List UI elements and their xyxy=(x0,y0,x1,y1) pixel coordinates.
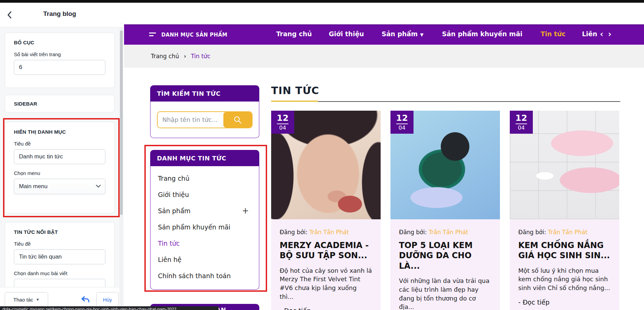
site-navbar: DANH MỤC SẢN PHẨM Trang chủ Giới thiệu S… xyxy=(124,24,644,45)
date-badge: 12 04 xyxy=(510,111,533,134)
cancel-button[interactable]: Hủy xyxy=(96,292,119,307)
breadcrumb-separator-icon: › xyxy=(184,53,186,60)
date-divider xyxy=(396,124,408,124)
date-month: 04 xyxy=(279,125,286,131)
product-catalog-label[interactable]: DANH MỤC SẢN PHẨM xyxy=(161,32,227,38)
news-search xyxy=(157,111,253,128)
article-image[interactable]: 12 04 xyxy=(271,111,381,219)
article-image[interactable]: 12 04 xyxy=(390,111,500,219)
title-label: Tiêu đề xyxy=(14,241,105,247)
date-day: 12 xyxy=(396,114,408,122)
nav-scroll-right-icon[interactable]: › xyxy=(608,29,611,39)
section-heading: HIỂN THỊ DANH MỤC xyxy=(14,129,105,135)
date-divider xyxy=(277,124,288,124)
site-preview: DANH MỤC SẢN PHẨM Trang chủ Giới thiệu S… xyxy=(124,3,644,310)
menu-select-value: Main menu xyxy=(19,183,47,190)
search-widget-body xyxy=(150,102,259,138)
article-title[interactable]: KEM CHỐNG NẮNG GIÁ HỌC SINH SIN... xyxy=(518,240,611,261)
panel-scrollbar-thumb[interactable] xyxy=(120,30,123,215)
article-title[interactable]: TOP 5 LOẠI KEM DƯỠNG DA CHO LÀ... xyxy=(399,240,491,271)
article-meta: Đăng bởi: Trần Tấn Phát xyxy=(399,229,491,236)
choose-menu-label: Chọn menu xyxy=(14,170,105,176)
menu-select[interactable]: Main menu xyxy=(14,179,105,194)
date-day: 12 xyxy=(516,114,527,122)
article-excerpt: Độ hot của cây son vỏ xanh lá Merzy The … xyxy=(280,266,372,301)
article-image[interactable]: 12 04 xyxy=(510,111,619,219)
breadcrumb-current[interactable]: Tin tức xyxy=(191,53,210,60)
link-status-bar: dola-cosmetic.mysapo.net/kem-chong-nang-… xyxy=(0,306,219,310)
cancel-label: Hủy xyxy=(103,297,112,303)
section-category-display: HIỂN THỊ DANH MỤC Tiêu đề Chọn menu Main… xyxy=(5,122,115,213)
category-title-input[interactable] xyxy=(14,149,105,164)
article-excerpt: Một số lưu ý khi chọn mua kem chống nắng… xyxy=(518,266,611,292)
date-badge: 12 04 xyxy=(390,111,414,134)
nav-item-about[interactable]: Giới thiệu xyxy=(329,30,364,38)
featured-title-input[interactable] xyxy=(14,249,105,264)
section-featured-news: TIN TỨC NỔI BẬT Tiêu đề Chọn danh mục bà… xyxy=(5,222,115,294)
date-divider xyxy=(516,124,527,124)
news-page-heading: TIN TỨC xyxy=(271,85,319,96)
article-author[interactable]: Trần Tấn Phát xyxy=(548,229,588,236)
expand-plus-icon[interactable]: + xyxy=(242,206,249,216)
category-item-contact[interactable]: Liên hệ xyxy=(150,251,259,268)
hamburger-icon[interactable] xyxy=(149,32,157,36)
article-meta: Đăng bởi: Trần Tấn Phát xyxy=(280,229,372,236)
author-label: Đăng bởi: xyxy=(518,229,546,236)
category-item-about[interactable]: Giới thiệu xyxy=(150,186,259,203)
date-month: 04 xyxy=(518,125,525,131)
article-body: Đăng bởi: Trần Tấn Phát KEM CHỐNG NẮNG G… xyxy=(510,219,619,310)
category-item-promotions[interactable]: Sản phẩm khuyến mãi xyxy=(150,219,259,235)
section-layout: BỐ CỤC Số bài viết trên trang xyxy=(5,32,115,88)
nav-item-news[interactable]: Tin tức xyxy=(541,30,566,38)
news-search-input[interactable] xyxy=(158,112,223,128)
article-card: 12 04 Đăng bởi: Trần Tấn Phát MERZY ACAD… xyxy=(271,111,381,310)
section-sidebar: SIDEBAR xyxy=(5,95,115,112)
article-title[interactable]: MERZY ACADEMIA - BỘ SƯU TẬP SON... xyxy=(280,240,372,261)
date-day: 12 xyxy=(277,114,289,122)
category-item-news[interactable]: Tin tức xyxy=(150,235,259,251)
section-heading: BỐ CỤC xyxy=(14,40,105,45)
article-author[interactable]: Trần Tấn Phát xyxy=(309,229,349,236)
article-card: 12 04 Đăng bởi: Trần Tấn Phát TOP 5 LOẠI… xyxy=(390,111,500,310)
breadcrumb-home[interactable]: Trang chủ xyxy=(151,53,179,60)
category-item-products[interactable]: Sản phẩm + xyxy=(150,203,259,219)
search-button[interactable] xyxy=(223,112,252,128)
actions-dropdown-button[interactable]: Thao tác ▼ xyxy=(5,292,48,307)
read-more-link[interactable]: - Đọc tiếp xyxy=(518,298,611,306)
read-more-link[interactable]: - Đọc tiếp xyxy=(280,307,372,310)
article-excerpt: Với những làn da vừa trải qua các liệu t… xyxy=(399,276,491,310)
search-icon xyxy=(233,115,242,124)
undo-button[interactable] xyxy=(79,293,92,306)
editor-settings-panel: Trang blog BỐ CỤC Số bài viết trên trang… xyxy=(0,3,119,310)
article-meta: Đăng bởi: Trần Tấn Phát xyxy=(518,229,611,236)
window-top-strip xyxy=(0,0,644,3)
category-item-payment-policy[interactable]: Chính sách thanh toán xyxy=(150,268,259,284)
screenshot-stage: Trang blog BỐ CỤC Số bài viết trên trang… xyxy=(0,0,644,310)
article-author[interactable]: Trần Tấn Phát xyxy=(429,229,468,236)
posts-per-page-input[interactable] xyxy=(14,60,105,75)
date-badge: 12 04 xyxy=(271,111,294,134)
nav-item-home[interactable]: Trang chủ xyxy=(276,30,312,38)
caret-down-icon: ▼ xyxy=(420,32,423,37)
undo-icon xyxy=(81,295,90,304)
author-label: Đăng bởi: xyxy=(399,229,427,236)
breadcrumb: Trang chủ › Tin tức xyxy=(124,45,644,68)
posts-per-page-label: Số bài viết trên trang xyxy=(14,51,105,57)
article-card: 12 04 Đăng bởi: Trần Tấn Phát KEM CHỐNG … xyxy=(510,111,619,310)
nav-item-products[interactable]: Sản phẩm▼ xyxy=(382,30,423,38)
heading-rule xyxy=(318,101,620,102)
section-heading: SIDEBAR xyxy=(14,101,37,107)
category-item-home[interactable]: Trang chủ xyxy=(150,170,259,186)
date-month: 04 xyxy=(399,125,405,131)
page-title: Trang blog xyxy=(0,10,119,18)
news-category-menu: Trang chủ Giới thiệu Sản phẩm + Sản phẩm… xyxy=(150,166,259,290)
search-widget-heading: TÌM KIẾM TIN TỨC xyxy=(150,85,259,102)
nav-item-contact-clipped[interactable]: Liên hệ xyxy=(582,30,598,40)
choose-article-category-label: Chọn danh mục bài viết xyxy=(14,270,105,276)
nav-item-promotions[interactable]: Sản phẩm khuyến mãi xyxy=(442,30,522,38)
actions-label: Thao tác xyxy=(13,297,33,303)
status-url: dola-cosmetic.mysapo.net/kem-chong-nang-… xyxy=(2,307,176,310)
heading-underline xyxy=(271,101,318,102)
news-category-heading: DANH MỤC TIN TỨC xyxy=(150,150,259,166)
nav-scroll-left-icon[interactable]: ‹ xyxy=(600,29,603,39)
